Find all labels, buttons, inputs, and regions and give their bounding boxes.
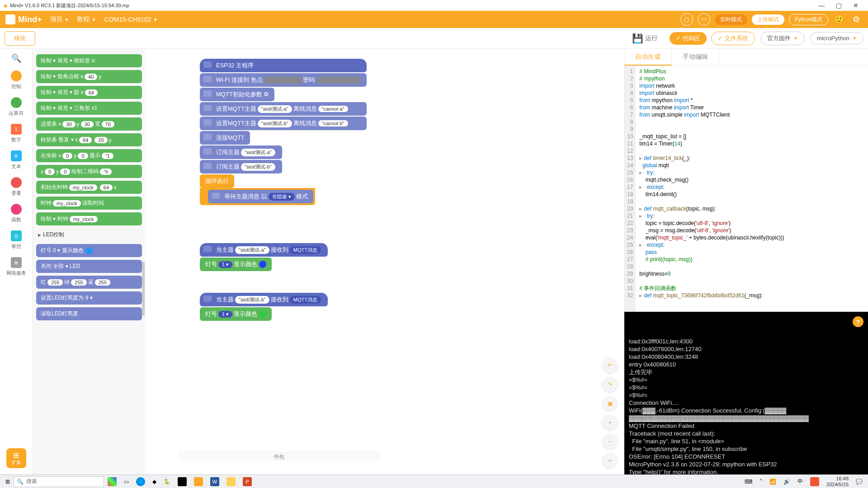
tab-manual-edit[interactable]: 手动编辑 <box>672 49 719 66</box>
recenter-button[interactable]: ▣ <box>602 396 618 411</box>
mode-upload[interactable]: 上传模式 <box>752 14 784 25</box>
palette-block[interactable]: 绘制 ▾ 时钟 my_clock <box>36 212 142 225</box>
taskbar-clock[interactable]: 16:492024/5/15 <box>823 476 852 488</box>
tb-word[interactable]: W <box>207 475 223 488</box>
tb-powerpoint[interactable]: P <box>239 475 255 488</box>
search-button[interactable]: 🔍 <box>11 53 21 63</box>
stack-handler-b[interactable]: 当主题 "siot/测试-b" 接收到 MQTT消息 灯号 1 ▾ 显示颜色 <box>200 293 328 322</box>
tb-app-1[interactable] <box>104 475 120 488</box>
chart-icon[interactable]: ⬡ <box>680 13 693 26</box>
micropython-select[interactable]: microPython▼ <box>810 32 863 44</box>
palette-block[interactable]: 读取LED灯亮度 <box>36 307 142 320</box>
settings-icon[interactable]: ⚙ <box>850 13 863 26</box>
undo-button[interactable]: ↶ <box>602 358 618 373</box>
tb-app-3[interactable] <box>174 475 190 488</box>
block-mqtt-init[interactable]: MQTT初始化参数 ⚙ <box>200 88 274 101</box>
palette-block[interactable]: x 0 y 0 绘制二维码 "h <box>36 165 142 178</box>
tb-python[interactable]: 🐍 <box>160 475 174 488</box>
palette-block[interactable]: 在坐标 x 0 y 0 显示 "1 <box>36 149 142 162</box>
block-led-a[interactable]: 灯号 1 ▾ 显示颜色 <box>200 258 272 271</box>
tb-notifications[interactable]: 💬 <box>852 475 866 488</box>
category-函数[interactable]: 函数 <box>6 204 26 223</box>
led-section-header[interactable]: LED控制 <box>33 228 146 241</box>
taskbar-search[interactable]: 🔍 搜索 <box>14 476 104 487</box>
category-掌控[interactable]: ◎掌控 <box>6 230 26 250</box>
block-loop-body[interactable]: 等待主题消息 以 非阻塞 ▾ 模式 <box>200 188 315 205</box>
zoom-out-button[interactable]: － <box>602 434 618 449</box>
category-变量[interactable]: 变量 <box>6 177 26 197</box>
zoom-in-button[interactable]: ＋ <box>602 415 618 430</box>
category-网络服务[interactable]: ⊕网络服务 <box>6 257 26 277</box>
block-wifi[interactable]: Wi-Fi 连接到 热点:xxxx 密码:xxxxxx <box>200 73 367 87</box>
tb-mindplus[interactable] <box>190 475 207 488</box>
palette-block[interactable]: 绘制 ▾ 填充 ▾ 圆 x 64 <box>36 86 142 99</box>
terminal[interactable]: ? load:0x3fff001c,len:4300load:0x4007800… <box>624 312 868 474</box>
block-set-topic-b[interactable]: 设置MQTT主题 "siot/测试-b" 离线消息 "cannot b" <box>200 117 367 130</box>
stack-handler-a[interactable]: 当主题 "siot/测试-a" 接收到 MQTT消息 灯号 1 ▾ 显示颜色 <box>200 243 328 272</box>
palette-block[interactable]: 关闭 全部 ▾ LED <box>36 260 142 273</box>
tb-tray-ime[interactable]: 中 <box>794 475 807 488</box>
run-button[interactable]: 💾运行 <box>632 33 658 44</box>
tb-task-view[interactable]: ▭ <box>120 475 132 488</box>
backpack-bar[interactable]: 书包 <box>178 452 380 461</box>
tab-module[interactable]: 模块 <box>5 31 35 46</box>
palette-block[interactable]: 柱状条 垂直 ▾ x 6420 y <box>36 133 142 146</box>
minimize-button[interactable]: — <box>813 2 830 9</box>
category-数字[interactable]: 1数字 <box>6 124 26 143</box>
palette-block[interactable]: 设置LED灯亮度为 9 ▾ <box>36 291 142 305</box>
terminal-help-icon[interactable]: ? <box>853 316 863 327</box>
zoom-reset-button[interactable]: ＝ <box>602 453 618 468</box>
hat-topic-a[interactable]: 当主题 "siot/测试-a" 接收到 MQTT消息 <box>200 243 328 257</box>
block-led-b[interactable]: 灯号 1 ▾ 显示颜色 <box>200 307 272 321</box>
firmware-select[interactable]: 官方固件▼ <box>760 32 805 45</box>
block-palette[interactable]: 绘制 ▾ 填充 ▾ 画矩形 x:绘制 ▾ 弧角边框 x 40 y绘制 ▾ 填充 … <box>33 49 146 474</box>
tb-app-2[interactable]: ◆ <box>149 475 160 488</box>
tb-tray-app[interactable] <box>807 475 823 488</box>
palette-scrollbar[interactable] <box>142 262 145 316</box>
tb-tray-keyboard[interactable]: ⌨ <box>741 475 756 488</box>
palette-block[interactable]: 绘制 ▾ 填充 ▾ 三角形 x1 <box>36 102 142 115</box>
menu-tutorial[interactable]: 教程▼ <box>77 15 96 23</box>
menu-port[interactable]: COM15-CH9102▼ <box>104 16 157 23</box>
block-loop[interactable]: 循环执行 <box>200 174 234 188</box>
category-运算符[interactable]: 运算符 <box>6 97 26 117</box>
tb-explorer[interactable] <box>223 475 239 488</box>
palette-block[interactable]: 绘制 ▾ 弧角边框 x 40 y <box>36 70 142 83</box>
waveform-icon[interactable]: 〰 <box>698 13 710 26</box>
block-set-topic-a[interactable]: 设置MQTT主题 "siot/测试-a" 离线消息 "cannot a" <box>200 102 367 116</box>
hat-topic-b[interactable]: 当主题 "siot/测试-b" 接收到 MQTT消息 <box>200 293 328 306</box>
mode-realtime[interactable]: 实时模式 <box>715 14 747 25</box>
block-connect-mqtt[interactable]: 连接MQTT <box>200 131 250 145</box>
block-wait-topic[interactable]: 等待主题消息 以 非阻塞 ▾ 模式 <box>208 190 313 203</box>
tb-tray-volume[interactable]: 🔊 <box>780 475 794 488</box>
hat-esp32[interactable]: ESP32 主程序 <box>200 59 367 72</box>
code-area-button[interactable]: ✓ 代码区 <box>670 32 707 45</box>
palette-block[interactable]: 红 255 绿 255 蓝 255 <box>36 276 142 289</box>
category-label: 网络服务 <box>6 270 26 277</box>
tb-tray-up[interactable]: ˄ <box>756 475 766 488</box>
redo-button[interactable]: ↷ <box>602 377 618 392</box>
user-icon[interactable]: 🙂 <box>833 13 845 26</box>
menu-project[interactable]: 项目▼ <box>50 15 69 23</box>
tab-auto-generate[interactable]: 自动生成 <box>624 49 672 66</box>
close-button[interactable]: ✕ <box>847 2 864 9</box>
palette-block[interactable]: 绘制 ▾ 填充 ▾ 画矩形 x: <box>36 54 142 67</box>
file-system-button[interactable]: ✓ 文件系统 <box>711 32 755 45</box>
category-控制[interactable]: 控制 <box>6 70 26 90</box>
palette-block[interactable]: 灯号 0 ▾ 显示颜色 <box>36 244 142 257</box>
block-subscribe-a[interactable]: 订阅主题 "siot/测试-a" <box>200 145 282 159</box>
extension-button[interactable]: ⊞扩展 <box>6 448 26 468</box>
block-subscribe-b[interactable]: 订阅主题 "siot/测试-b" <box>200 160 282 174</box>
category-文本[interactable]: A文本 <box>6 150 26 170</box>
start-button[interactable]: ⊞ <box>2 475 14 488</box>
mode-python[interactable]: Python模式 <box>789 14 828 25</box>
tb-tray-wifi[interactable]: 📶 <box>766 475 780 488</box>
block-canvas[interactable]: ESP32 主程序 Wi-Fi 连接到 热点:xxxx 密码:xxxxxx MQ… <box>146 49 624 474</box>
palette-block[interactable]: 进度条 x 30 y 30 宽 70 <box>36 117 142 131</box>
palette-block[interactable]: 初始化时钟 my_clock64 x <box>36 181 142 194</box>
stack-main[interactable]: ESP32 主程序 Wi-Fi 连接到 热点:xxxx 密码:xxxxxx MQ… <box>200 59 367 205</box>
tb-edge[interactable] <box>132 475 149 488</box>
palette-block[interactable]: 时钟 my_clock 读取时间 <box>36 197 142 210</box>
code-editor[interactable]: 1234567891011121314151617181920212223242… <box>624 66 868 312</box>
maximize-button[interactable]: ▢ <box>830 2 847 9</box>
